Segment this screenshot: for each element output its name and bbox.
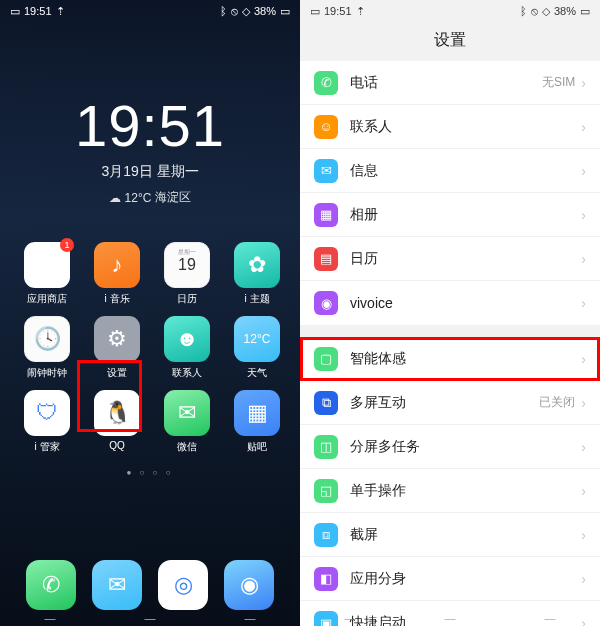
settings-row-电话[interactable]: ✆电话无SIM›: [300, 61, 600, 105]
app-wechat[interactable]: ✉ 微信: [154, 390, 220, 454]
card-icon: ▭: [10, 5, 20, 18]
row-icon: ◱: [314, 479, 338, 503]
app-clock[interactable]: 🕓 闹钟时钟: [14, 316, 80, 380]
row-label: 联系人: [350, 118, 581, 136]
weather-temp: 12°C: [125, 191, 152, 205]
dock-messages[interactable]: ✉: [92, 560, 142, 610]
settings-list-1: ✆电话无SIM›☺联系人›✉信息›▦相册›▤日历›◉vivoice›: [300, 61, 600, 325]
app-weather[interactable]: 12°C 天气: [224, 316, 290, 380]
nav-back[interactable]: —: [45, 612, 56, 624]
settings-row-联系人[interactable]: ☺联系人›: [300, 105, 600, 149]
row-icon: ◉: [314, 291, 338, 315]
row-label: vivoice: [350, 295, 581, 311]
bluetooth-icon: ᛒ: [520, 5, 527, 17]
home-screen: ▭ 19:51 ⇡ ᛒ ⦸ ◇ 38% ▭ 19:51 3月19日 星期一 ☁ …: [0, 0, 300, 626]
nav-home[interactable]: —: [145, 612, 156, 624]
nav-recent[interactable]: —: [245, 612, 256, 624]
gear-icon: ⚙: [94, 316, 140, 362]
battery-pct: 38%: [254, 5, 276, 17]
status-bar: ▭ 19:51 ⇡ ᛒ ⦸ ◇ 38% ▭: [300, 0, 600, 22]
row-icon: ☺: [314, 115, 338, 139]
contacts-icon: ☻: [164, 316, 210, 362]
chevron-right-icon: ›: [581, 483, 586, 499]
weather-icon: ☁: [109, 191, 121, 205]
settings-row-多屏互动[interactable]: ⧉多屏互动已关闭›: [300, 381, 600, 425]
arrow-icon: ⇡: [56, 5, 65, 18]
row-label: 信息: [350, 162, 581, 180]
row-icon: ✉: [314, 159, 338, 183]
settings-row-信息[interactable]: ✉信息›: [300, 149, 600, 193]
chevron-right-icon: ›: [581, 207, 586, 223]
card-icon: ▭: [310, 5, 320, 18]
settings-row-日历[interactable]: ▤日历›: [300, 237, 600, 281]
music-icon: ♪: [94, 242, 140, 288]
badge: 1: [60, 238, 74, 252]
chevron-right-icon: ›: [581, 571, 586, 587]
clock-time: 19:51: [0, 92, 300, 159]
nav-bar: — — —: [0, 610, 300, 626]
chevron-right-icon: ›: [581, 75, 586, 91]
chevron-right-icon: ›: [581, 439, 586, 455]
battery-icon: ▭: [280, 5, 290, 18]
chevron-right-icon: ›: [581, 527, 586, 543]
row-label: 分屏多任务: [350, 438, 581, 456]
app-settings[interactable]: ⚙ 设置: [84, 316, 150, 380]
nav-recent[interactable]: —: [545, 612, 556, 624]
tieba-icon: ▦: [234, 390, 280, 436]
settings-row-相册[interactable]: ▦相册›: [300, 193, 600, 237]
app-grid: 🛍1 应用商店 ♪ i 音乐 星期一 19 日历 ✿ i 主题 🕓 闹钟时钟 ⚙…: [0, 234, 300, 462]
status-time: 19:51: [24, 5, 52, 17]
chevron-right-icon: ›: [581, 163, 586, 179]
app-theme[interactable]: ✿ i 主题: [224, 242, 290, 306]
chevron-right-icon: ›: [581, 251, 586, 267]
app-calendar[interactable]: 星期一 19 日历: [154, 242, 220, 306]
dock: ✆ ✉ ◎ ◉: [0, 560, 300, 610]
app-store[interactable]: 🛍1 应用商店: [14, 242, 80, 306]
weather-app-icon: 12°C: [234, 316, 280, 362]
row-icon: ▦: [314, 203, 338, 227]
settings-row-智能体感[interactable]: ▢智能体感›: [300, 337, 600, 381]
nav-bar: — — —: [300, 610, 600, 626]
status-bar: ▭ 19:51 ⇡ ᛒ ⦸ ◇ 38% ▭: [0, 0, 300, 22]
settings-row-应用分身[interactable]: ◧应用分身›: [300, 557, 600, 601]
settings-row-单手操作[interactable]: ◱单手操作›: [300, 469, 600, 513]
row-icon: ◧: [314, 567, 338, 591]
app-tieba[interactable]: ▦ 贴吧: [224, 390, 290, 454]
row-icon: ✆: [314, 71, 338, 95]
row-icon: ◫: [314, 435, 338, 459]
clock-date: 3月19日 星期一: [0, 163, 300, 181]
app-contacts[interactable]: ☻ 联系人: [154, 316, 220, 380]
bluetooth-icon: ᛒ: [220, 5, 227, 17]
dock-browser[interactable]: ◎: [158, 560, 208, 610]
page-title: 设置: [300, 22, 600, 61]
row-label: 智能体感: [350, 350, 581, 368]
chevron-right-icon: ›: [581, 295, 586, 311]
alarm-off-icon: ⦸: [531, 5, 538, 18]
page-indicator: ● ○ ○ ○: [0, 468, 300, 477]
battery-pct: 38%: [554, 5, 576, 17]
battery-icon: ▭: [580, 5, 590, 18]
row-label: 电话: [350, 74, 542, 92]
row-icon: ⧈: [314, 523, 338, 547]
wifi-icon: ◇: [542, 5, 550, 18]
app-music[interactable]: ♪ i 音乐: [84, 242, 150, 306]
dock-camera[interactable]: ◉: [224, 560, 274, 610]
settings-row-截屏[interactable]: ⧈截屏›: [300, 513, 600, 557]
settings-row-vivoice[interactable]: ◉vivoice›: [300, 281, 600, 325]
shield-icon: 🛡: [24, 390, 70, 436]
wifi-icon: ◇: [242, 5, 250, 18]
status-time: 19:51: [324, 5, 352, 17]
weather-widget[interactable]: ☁ 12°C 海淀区: [0, 189, 300, 206]
row-label: 截屏: [350, 526, 581, 544]
app-guard[interactable]: 🛡 i 管家: [14, 390, 80, 454]
nav-back[interactable]: —: [345, 612, 356, 624]
app-qq[interactable]: 🐧 QQ: [84, 390, 150, 454]
dock-phone[interactable]: ✆: [26, 560, 76, 610]
settings-screen: ▭ 19:51 ⇡ ᛒ ⦸ ◇ 38% ▭ 设置 ✆电话无SIM›☺联系人›✉信…: [300, 0, 600, 626]
nav-home[interactable]: —: [445, 612, 456, 624]
arrow-icon: ⇡: [356, 5, 365, 18]
qq-icon: 🐧: [94, 390, 140, 436]
alarm-off-icon: ⦸: [231, 5, 238, 18]
settings-row-分屏多任务[interactable]: ◫分屏多任务›: [300, 425, 600, 469]
row-icon: ▤: [314, 247, 338, 271]
